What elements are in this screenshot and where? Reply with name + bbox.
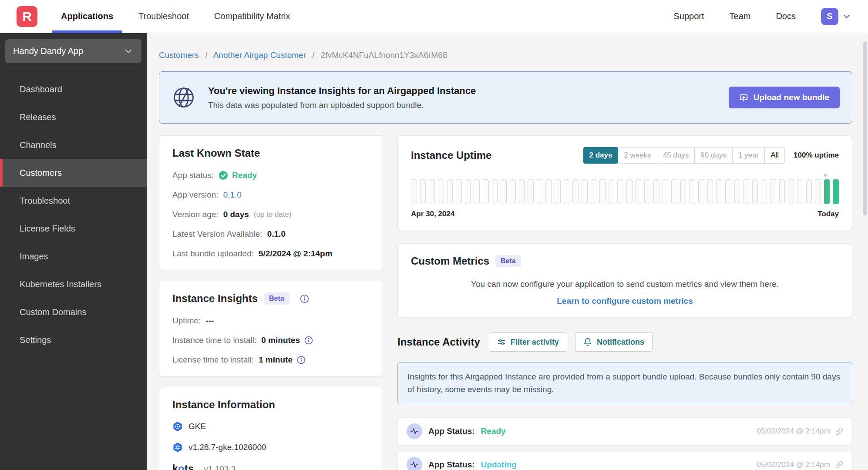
link-docs[interactable]: Docs xyxy=(776,11,796,21)
configure-custom-metrics-link[interactable]: Learn to configure custom metrics xyxy=(557,296,693,306)
uptime-bar-no-data[interactable] xyxy=(644,179,650,204)
airgap-banner: You're viewing Instance Insights for an … xyxy=(159,71,852,124)
sidebar-item-troubleshoot[interactable]: Troubleshoot xyxy=(0,187,147,215)
uptime-bar-no-data[interactable] xyxy=(663,179,669,204)
event-label: App Status: xyxy=(428,460,475,470)
latest-version-label: Latest Version Available: xyxy=(172,229,262,239)
uptime-bar-no-data[interactable] xyxy=(465,179,471,204)
sidebar-item-license-fields[interactable]: License Fields xyxy=(0,215,147,242)
tab-troubleshoot[interactable]: Troubleshoot xyxy=(137,0,191,33)
uptime-bar-no-data[interactable] xyxy=(815,179,821,204)
uptime-bar-no-data[interactable] xyxy=(779,179,785,204)
link-icon[interactable] xyxy=(835,461,843,469)
breadcrumb-customer-name[interactable]: Another Airgap Customer xyxy=(213,50,306,60)
uptime-bar-no-data[interactable] xyxy=(770,179,776,204)
uptime-bar-no-data[interactable] xyxy=(438,179,444,204)
pulse-icon xyxy=(407,423,422,439)
avatar[interactable]: S xyxy=(821,8,838,25)
chevron-down-icon xyxy=(842,12,851,21)
uptime-bar-no-data[interactable] xyxy=(609,179,615,204)
filter-activity-button[interactable]: Filter activity xyxy=(489,332,567,352)
sidebar-item-kubernetes-installers[interactable]: Kubernetes Installers xyxy=(0,270,147,298)
uptime-bar-no-data[interactable] xyxy=(725,179,731,204)
uptime-bar-no-data[interactable] xyxy=(707,179,713,204)
activity-event-row[interactable]: App Status: Ready 05/02/2024 @ 2:14pm xyxy=(397,417,852,445)
uptime-bar-no-data[interactable] xyxy=(689,179,695,204)
tab-compatibility-matrix[interactable]: Compatibility Matrix xyxy=(212,0,292,33)
uptime-bar-no-data[interactable] xyxy=(797,179,803,204)
uptime-bar-no-data[interactable] xyxy=(716,179,722,204)
uptime-bar-no-data[interactable] xyxy=(537,179,543,204)
account-menu[interactable]: S xyxy=(821,8,851,25)
kubernetes-icon xyxy=(172,442,183,453)
uptime-bar-no-data[interactable] xyxy=(671,179,677,204)
sidebar-item-images[interactable]: Images xyxy=(0,242,147,270)
link-support[interactable]: Support xyxy=(673,11,704,21)
uptime-bar-no-data[interactable] xyxy=(474,179,480,204)
replicated-logo[interactable]: R xyxy=(17,6,37,27)
page-scrollbar[interactable] xyxy=(863,41,867,215)
sidebar-item-releases[interactable]: Releases xyxy=(0,103,147,131)
uptime-bar-up[interactable] xyxy=(824,179,830,204)
uptime-bar-no-data[interactable] xyxy=(599,179,606,204)
activity-event-row[interactable]: App Status: Updating 05/02/2024 @ 2:14pm xyxy=(397,451,852,470)
uptime-bar-no-data[interactable] xyxy=(411,179,417,204)
uptime-bar-no-data[interactable] xyxy=(492,179,498,204)
uptime-bar-no-data[interactable] xyxy=(788,179,794,204)
tab-applications[interactable]: Applications xyxy=(59,0,115,33)
uptime-bar-no-data[interactable] xyxy=(456,179,462,204)
breadcrumb-customers[interactable]: Customers xyxy=(159,50,199,60)
top-nav-tabs: Applications Troubleshoot Compatibility … xyxy=(59,0,314,33)
uptime-bar-no-data[interactable] xyxy=(545,179,552,204)
sidebar-item-custom-domains[interactable]: Custom Domains xyxy=(0,298,147,326)
sidebar-item-dashboard[interactable]: Dashboard xyxy=(0,75,147,103)
uptime-bar-no-data[interactable] xyxy=(564,179,570,204)
info-icon[interactable] xyxy=(304,336,313,345)
range-2-days[interactable]: 2 days xyxy=(583,147,619,164)
sidebar-item-settings[interactable]: Settings xyxy=(0,326,147,354)
range-45-days[interactable]: 45 days xyxy=(657,147,695,164)
uptime-bar-no-data[interactable] xyxy=(752,179,758,204)
card-title: Instance Insights xyxy=(172,292,258,305)
uptime-bar-no-data[interactable] xyxy=(636,179,642,204)
link-icon[interactable] xyxy=(835,427,843,435)
range-1-year[interactable]: 1 year xyxy=(732,147,765,164)
uptime-bar-no-data[interactable] xyxy=(653,179,659,204)
sidebar-item-channels[interactable]: Channels xyxy=(0,131,147,159)
uptime-bar-no-data[interactable] xyxy=(519,179,525,204)
uptime-bar-no-data[interactable] xyxy=(591,179,597,204)
uptime-bar-no-data[interactable] xyxy=(680,179,686,204)
upload-new-bundle-button[interactable]: Upload new bundle xyxy=(729,87,840,108)
uptime-bar-up[interactable] xyxy=(833,179,839,204)
uptime-bar-no-data[interactable] xyxy=(572,179,579,204)
uptime-bar-no-data[interactable] xyxy=(429,179,435,204)
uptime-bar-no-data[interactable] xyxy=(582,179,588,204)
uptime-bar-no-data[interactable] xyxy=(501,179,507,204)
uptime-bar-no-data[interactable] xyxy=(447,179,453,204)
range-90-days[interactable]: 90 days xyxy=(694,147,733,164)
uptime-bar-no-data[interactable] xyxy=(528,179,534,204)
instance-time-to-install-label: Instance time to install: xyxy=(172,336,256,345)
uptime-bar-no-data[interactable] xyxy=(743,179,749,204)
uptime-bar-no-data[interactable] xyxy=(510,179,516,204)
uptime-bar-no-data[interactable] xyxy=(761,179,767,204)
app-version-link[interactable]: 0.1.0 xyxy=(223,190,242,200)
breadcrumb: Customers / Another Airgap Customer / 2f… xyxy=(159,50,852,60)
info-icon[interactable] xyxy=(297,356,306,364)
uptime-bar-no-data[interactable] xyxy=(555,179,561,204)
link-team[interactable]: Team xyxy=(730,11,751,21)
uptime-bar-no-data[interactable] xyxy=(806,179,812,204)
banner-text: You're viewing Instance Insights for an … xyxy=(208,85,476,110)
uptime-bar-no-data[interactable] xyxy=(617,179,623,204)
uptime-bar-no-data[interactable] xyxy=(698,179,704,204)
uptime-bar-no-data[interactable] xyxy=(483,179,489,204)
app-selector-dropdown[interactable]: Handy Dandy App xyxy=(5,39,141,63)
info-icon[interactable] xyxy=(300,294,309,303)
range-2-weeks[interactable]: 2 weeks xyxy=(618,147,657,164)
sidebar-item-customers[interactable]: Customers xyxy=(0,159,147,187)
uptime-bar-no-data[interactable] xyxy=(420,179,426,204)
range-all[interactable]: All xyxy=(764,147,785,164)
uptime-bar-no-data[interactable] xyxy=(734,179,740,204)
notifications-button[interactable]: Notifications xyxy=(575,332,653,352)
uptime-bar-no-data[interactable] xyxy=(626,179,632,204)
